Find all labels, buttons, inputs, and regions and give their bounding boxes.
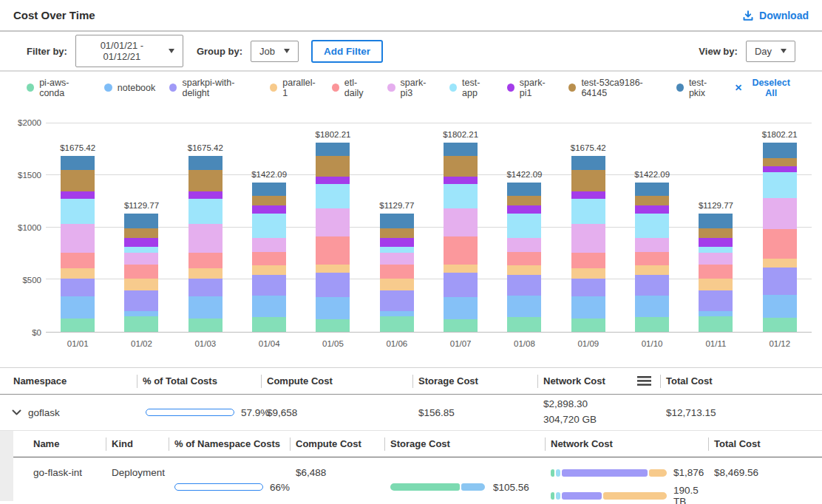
bar-segment-notebook[interactable] [571, 296, 605, 319]
bar-segment-sparkpi-with-delight[interactable] [571, 279, 605, 297]
bar-segment-parallel-1[interactable] [188, 268, 223, 279]
bar-segment-notebook[interactable] [444, 297, 478, 319]
bar-segment-test-app[interactable] [571, 199, 605, 224]
bar-segment-test-pkix[interactable] [188, 156, 223, 170]
bar-segment-test-53ca9186-64145[interactable] [763, 158, 797, 166]
bar-segment-test-53ca9186-64145[interactable] [188, 170, 223, 191]
stacked-bar-01/10[interactable]: $1422.09 [635, 183, 669, 332]
bar-segment-spark-pi1[interactable] [188, 191, 223, 199]
bar-segment-test-app[interactable] [61, 199, 95, 224]
bar-segment-test-53ca9186-64145[interactable] [444, 156, 478, 176]
bar-segment-test-app[interactable] [252, 214, 286, 238]
bar-segment-spark-pi3[interactable] [380, 253, 414, 265]
bar-segment-pi-aws-conda[interactable] [507, 317, 541, 332]
col-compute[interactable]: Compute Cost [261, 368, 412, 394]
bar-segment-test-53ca9186-64145[interactable] [699, 228, 733, 238]
col-storage[interactable]: Storage Cost [412, 368, 537, 394]
bar-segment-parallel-1[interactable] [635, 265, 669, 276]
bar-segment-spark-pi3[interactable] [316, 208, 350, 236]
bar-segment-notebook[interactable] [252, 296, 286, 317]
bar-segment-test-53ca9186-64145[interactable] [316, 156, 350, 176]
bar-segment-test-app[interactable] [188, 199, 223, 224]
bar-segment-notebook[interactable] [763, 295, 797, 317]
bar-segment-notebook[interactable] [61, 296, 95, 319]
bar-segment-sparkpi-with-delight[interactable] [444, 273, 478, 297]
bar-segment-parallel-1[interactable] [444, 265, 478, 273]
bar-segment-test-pkix[interactable] [124, 214, 158, 228]
view-by-select[interactable]: Day [746, 41, 795, 62]
bar-segment-test-pkix[interactable] [252, 183, 286, 196]
add-filter-button[interactable]: Add Filter [311, 40, 383, 63]
bar-segment-spark-pi3[interactable] [635, 238, 669, 252]
bar-segment-test-app[interactable] [316, 184, 350, 208]
bar-segment-spark-pi3[interactable] [124, 253, 158, 265]
bar-segment-parallel-1[interactable] [507, 265, 541, 276]
bar-segment-test-pkix[interactable] [507, 183, 541, 196]
bar-segment-parallel-1[interactable] [61, 268, 95, 279]
col-compute[interactable]: Compute Cost [290, 431, 384, 457]
bar-segment-etl-daily[interactable] [699, 265, 733, 279]
col-total[interactable]: Total Cost [708, 431, 822, 457]
stacked-bar-01/12[interactable]: $1802.21 [763, 143, 797, 332]
bar-segment-etl-daily[interactable] [380, 265, 414, 279]
bar-segment-test-app[interactable] [507, 214, 541, 238]
bar-segment-test-pkix[interactable] [635, 183, 669, 196]
legend-item-test-pkix[interactable]: test-pkix [676, 78, 721, 98]
legend-item-sparkpi-with-delight[interactable]: sparkpi-with-delight [169, 78, 256, 98]
bar-segment-test-app[interactable] [763, 172, 797, 198]
bar-segment-spark-pi1[interactable] [699, 238, 733, 247]
bar-segment-test-53ca9186-64145[interactable] [635, 196, 669, 206]
bar-segment-pi-aws-conda[interactable] [763, 318, 797, 333]
bar-segment-spark-pi1[interactable] [763, 166, 797, 173]
bar-segment-sparkpi-with-delight[interactable] [252, 275, 286, 296]
bar-segment-etl-daily[interactable] [507, 252, 541, 265]
bar-segment-pi-aws-conda[interactable] [380, 316, 414, 332]
bar-segment-spark-pi3[interactable] [763, 198, 797, 229]
bar-segment-sparkpi-with-delight[interactable] [61, 279, 95, 297]
bar-segment-spark-pi3[interactable] [507, 238, 541, 252]
col-total[interactable]: Total Cost [660, 368, 822, 394]
namespace-expander[interactable]: goflask [0, 407, 137, 418]
col-pct-namespace[interactable]: % of Namespace Costs [169, 431, 290, 457]
bar-segment-parallel-1[interactable] [124, 279, 158, 290]
bar-segment-pi-aws-conda[interactable] [699, 316, 733, 332]
bar-segment-test-53ca9186-64145[interactable] [252, 196, 286, 206]
bar-segment-spark-pi1[interactable] [61, 191, 95, 199]
col-name[interactable]: Name [13, 431, 106, 457]
bar-segment-etl-daily[interactable] [444, 236, 478, 264]
bar-segment-parallel-1[interactable] [571, 268, 605, 279]
col-network[interactable]: Network Cost [537, 368, 660, 394]
bar-segment-notebook[interactable] [507, 296, 541, 317]
bar-segment-test-pkix[interactable] [444, 143, 478, 156]
bar-segment-pi-aws-conda[interactable] [635, 317, 669, 332]
bar-segment-test-app[interactable] [699, 247, 733, 253]
bar-segment-sparkpi-with-delight[interactable] [188, 279, 223, 297]
bar-segment-pi-aws-conda[interactable] [444, 319, 478, 332]
bar-segment-notebook[interactable] [316, 297, 350, 319]
bar-segment-test-pkix[interactable] [380, 214, 414, 228]
legend-item-test-53ca9186-64145[interactable]: test-53ca9186-64145 [568, 78, 662, 98]
stacked-bar-01/11[interactable]: $1129.77 [699, 214, 733, 332]
bar-segment-test-53ca9186-64145[interactable] [124, 228, 158, 238]
bar-segment-spark-pi1[interactable] [380, 238, 414, 247]
stacked-bar-01/07[interactable]: $1802.21 [444, 143, 478, 332]
bar-segment-etl-daily[interactable] [763, 229, 797, 259]
bar-segment-sparkpi-with-delight[interactable] [763, 268, 797, 296]
bar-segment-pi-aws-conda[interactable] [316, 319, 350, 332]
stacked-bar-01/02[interactable]: $1129.77 [124, 214, 158, 332]
bar-segment-test-53ca9186-64145[interactable] [571, 170, 605, 191]
download-button[interactable]: Download [742, 10, 809, 21]
bar-segment-parallel-1[interactable] [252, 265, 286, 276]
bar-segment-spark-pi3[interactable] [61, 224, 95, 253]
bar-segment-spark-pi1[interactable] [571, 191, 605, 199]
bar-segment-spark-pi1[interactable] [444, 177, 478, 184]
col-pct-total[interactable]: % of Total Costs [137, 368, 261, 394]
bar-segment-parallel-1[interactable] [699, 279, 733, 290]
bar-segment-pi-aws-conda[interactable] [188, 319, 223, 332]
bar-segment-spark-pi1[interactable] [507, 205, 541, 213]
bar-segment-test-53ca9186-64145[interactable] [61, 170, 95, 191]
bar-segment-test-app[interactable] [380, 247, 414, 253]
bar-segment-spark-pi3[interactable] [699, 253, 733, 265]
bar-segment-test-pkix[interactable] [699, 214, 733, 228]
bar-segment-parallel-1[interactable] [763, 259, 797, 268]
